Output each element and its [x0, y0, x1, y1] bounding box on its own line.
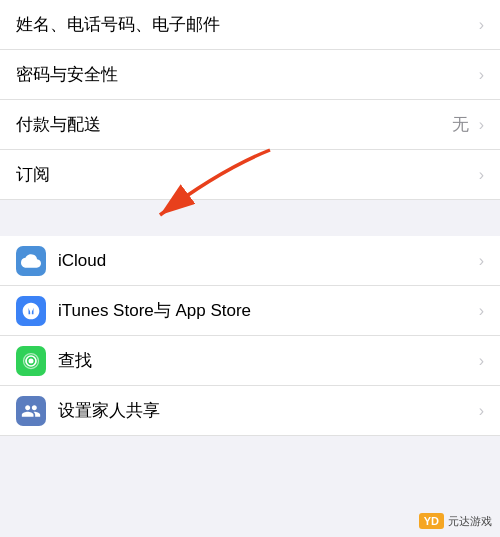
payment-delivery-label: 付款与配送 [16, 100, 452, 149]
section-divider [0, 200, 500, 236]
chevron-icon: › [479, 16, 484, 34]
appstore-icon-wrapper [16, 296, 46, 326]
payment-delivery-value: 无 [452, 113, 469, 136]
settings-container: 姓名、电话号码、电子邮件 › 密码与安全性 › 付款与配送 无 › 订阅 › [0, 0, 500, 436]
family-sharing-row[interactable]: 设置家人共享 › [0, 386, 500, 436]
payment-delivery-row[interactable]: 付款与配送 无 › [0, 100, 500, 150]
family-icon [21, 401, 41, 421]
find-icon [21, 351, 41, 371]
find-icon-wrapper [16, 346, 46, 376]
family-sharing-label: 设置家人共享 [58, 386, 475, 435]
chevron-icon: › [479, 302, 484, 320]
icloud-label: iCloud [58, 238, 475, 284]
chevron-icon: › [479, 166, 484, 184]
watermark-text: 元达游戏 [448, 514, 492, 529]
watermark-logo: YD [424, 515, 439, 527]
icloud-icon-wrapper [16, 246, 46, 276]
itunes-appstore-label: iTunes Store与 App Store [58, 286, 475, 335]
subscriptions-label: 订阅 [16, 150, 475, 199]
svg-rect-1 [26, 306, 36, 307]
icloud-row[interactable]: iCloud › [0, 236, 500, 286]
password-security-label: 密码与安全性 [16, 50, 475, 99]
watermark: YD 元达游戏 [419, 513, 492, 529]
section-2: iCloud › iTunes Store与 App Store › [0, 236, 500, 436]
chevron-icon: › [479, 252, 484, 270]
chevron-icon: › [479, 352, 484, 370]
appstore-icon [21, 301, 41, 321]
icloud-icon [21, 251, 41, 271]
subscriptions-row[interactable]: 订阅 › [0, 150, 500, 200]
chevron-icon: › [479, 116, 484, 134]
name-phone-email-label: 姓名、电话号码、电子邮件 [16, 0, 475, 49]
password-security-row[interactable]: 密码与安全性 › [0, 50, 500, 100]
itunes-appstore-row[interactable]: iTunes Store与 App Store › [0, 286, 500, 336]
chevron-icon: › [479, 402, 484, 420]
find-label: 查找 [58, 336, 475, 385]
name-phone-email-row[interactable]: 姓名、电话号码、电子邮件 › [0, 0, 500, 50]
svg-point-2 [29, 358, 34, 363]
find-row[interactable]: 查找 › [0, 336, 500, 386]
chevron-icon: › [479, 66, 484, 84]
family-icon-wrapper [16, 396, 46, 426]
section-1: 姓名、电话号码、电子邮件 › 密码与安全性 › 付款与配送 无 › 订阅 › [0, 0, 500, 200]
